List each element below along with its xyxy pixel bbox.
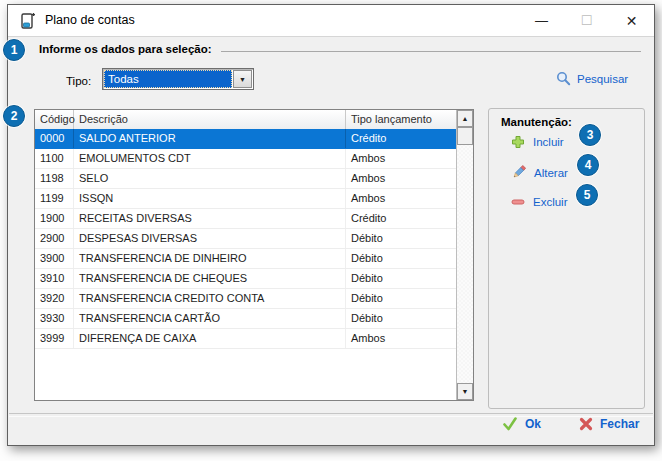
cell-descricao: SELO [74, 169, 346, 188]
screen: Plano de contas — ☐ ✕ Informe os dados p… [0, 0, 662, 461]
manutencao-title: Manutenção: [501, 116, 572, 128]
table-row[interactable]: 3999 DIFERENÇA DE CAIXA Ambos [35, 329, 456, 349]
table-row[interactable]: 0000 SALDO ANTERIOR Crédito [35, 129, 456, 149]
ok-label: Ok [525, 417, 541, 431]
cell-descricao: TRANSFERENCIA CREDITO CONTA [74, 289, 346, 308]
cell-tipo-lancamento: Crédito [346, 209, 456, 228]
cell-codigo: 1100 [35, 149, 74, 168]
cell-descricao: RECEITAS DIVERSAS [74, 209, 346, 228]
minus-icon [511, 195, 525, 209]
cell-tipo-lancamento: Débito [346, 249, 456, 268]
tipo-label: Tipo: [66, 75, 91, 87]
plano-de-contas-window: Plano de contas — ☐ ✕ Informe os dados p… [7, 4, 655, 446]
excluir-label: Excluir [533, 196, 568, 208]
cell-tipo-lancamento: Ambos [346, 149, 456, 168]
table-row[interactable]: 2900 DESPESAS DIVERSAS Débito [35, 229, 456, 249]
annotation-badge-5: 5 [576, 184, 598, 206]
table-row[interactable]: 1198 SELO Ambos [35, 169, 456, 189]
scroll-up-icon[interactable]: ▲ [457, 110, 473, 127]
cell-tipo-lancamento: Ambos [346, 169, 456, 188]
section-title: Informe os dados para seleção: [39, 43, 212, 55]
close-button[interactable]: ✕ [609, 5, 654, 36]
cell-tipo-lancamento: Crédito [346, 129, 456, 148]
cell-descricao: TRANSFERENCIA DE DINHEIRO [74, 249, 346, 268]
cell-tipo-lancamento: Débito [346, 269, 456, 288]
cell-descricao: TRANSFERENCIA DE CHEQUES [74, 269, 346, 288]
incluir-label: Incluir [533, 136, 564, 148]
cell-tipo-lancamento: Débito [346, 229, 456, 248]
cell-tipo-lancamento: Débito [346, 309, 456, 328]
magnifier-icon [556, 71, 571, 86]
titlebar: Plano de contas — ☐ ✕ [8, 5, 654, 37]
ok-button[interactable]: Ok [502, 417, 541, 431]
x-icon [579, 417, 593, 431]
cell-descricao: EMOLUMENTOS CDT [74, 149, 346, 168]
tipo-dropdown[interactable]: Todas ▼ [102, 68, 254, 90]
footer-divider [9, 413, 653, 417]
window-title: Plano de contas [45, 13, 135, 27]
annotation-badge-4: 4 [577, 154, 599, 176]
pesquisar-button[interactable]: Pesquisar [556, 71, 628, 86]
cell-tipo-lancamento: Débito [346, 289, 456, 308]
cell-codigo: 1199 [35, 189, 74, 208]
table-row[interactable]: 3920 TRANSFERENCIA CREDITO CONTA Débito [35, 289, 456, 309]
incluir-button[interactable]: Incluir [511, 135, 564, 149]
cell-descricao: TRANSFERENCIA CARTÃO [74, 309, 346, 328]
excluir-button[interactable]: Excluir [511, 195, 568, 209]
check-icon [502, 417, 518, 431]
fechar-button[interactable]: Fechar [579, 417, 639, 431]
cell-descricao: ISSQN [74, 189, 346, 208]
window-controls: — ☐ ✕ [519, 5, 654, 36]
table-body: 0000 SALDO ANTERIOR Crédito 1100 EMOLUME… [35, 129, 456, 400]
cell-codigo: 3900 [35, 249, 74, 268]
table-row[interactable]: 3900 TRANSFERENCIA DE DINHEIRO Débito [35, 249, 456, 269]
plus-icon [511, 135, 525, 149]
cell-tipo-lancamento: Ambos [346, 189, 456, 208]
cell-descricao: DIFERENÇA DE CAIXA [74, 329, 346, 348]
header-tipo-lancamento: Tipo lançamento [346, 110, 456, 129]
cell-descricao: SALDO ANTERIOR [74, 129, 346, 148]
maximize-button[interactable]: ☐ [564, 5, 609, 36]
minimize-button[interactable]: — [519, 5, 564, 36]
scroll-down-icon[interactable]: ▼ [457, 383, 473, 400]
table-row[interactable]: 1900 RECEITAS DIVERSAS Crédito [35, 209, 456, 229]
cell-codigo: 2900 [35, 229, 74, 248]
table-row[interactable]: 1100 EMOLUMENTOS CDT Ambos [35, 149, 456, 169]
alterar-button[interactable]: Alterar [511, 165, 568, 180]
pesquisar-label: Pesquisar [577, 73, 628, 85]
cell-descricao: DESPESAS DIVERSAS [74, 229, 346, 248]
section-divider [221, 51, 641, 52]
cell-codigo: 0000 [35, 129, 74, 148]
cell-codigo: 3920 [35, 289, 74, 308]
table-row[interactable]: 1199 ISSQN Ambos [35, 189, 456, 209]
annotation-badge-3: 3 [579, 124, 601, 146]
vertical-scrollbar[interactable]: ▲ ▼ [456, 110, 473, 400]
cell-codigo: 1198 [35, 169, 74, 188]
chevron-down-icon[interactable]: ▼ [233, 70, 252, 88]
manutencao-panel: Manutenção: Incluir [488, 108, 645, 409]
accounts-table: Código Descrição Tipo lançamento 0000 SA… [34, 109, 474, 401]
table-row[interactable]: 3910 TRANSFERENCIA DE CHEQUES Débito [35, 269, 456, 289]
annotation-badge-2: 2 [3, 105, 25, 127]
cell-codigo: 1900 [35, 209, 74, 228]
table-row[interactable]: 3930 TRANSFERENCIA CARTÃO Débito [35, 309, 456, 329]
cell-tipo-lancamento: Ambos [346, 329, 456, 348]
pencil-icon [511, 165, 526, 180]
table-header: Código Descrição Tipo lançamento [35, 110, 456, 130]
cell-codigo: 3910 [35, 269, 74, 288]
fechar-label: Fechar [600, 417, 639, 431]
header-descricao: Descrição [74, 110, 346, 129]
alterar-label: Alterar [534, 167, 568, 179]
app-window-icon [19, 12, 37, 30]
header-codigo: Código [35, 110, 74, 129]
cell-codigo: 3930 [35, 309, 74, 328]
scrollbar-thumb[interactable] [457, 127, 473, 145]
tipo-selected-value: Todas [104, 70, 232, 88]
cell-codigo: 3999 [35, 329, 74, 348]
annotation-badge-1: 1 [3, 39, 25, 61]
